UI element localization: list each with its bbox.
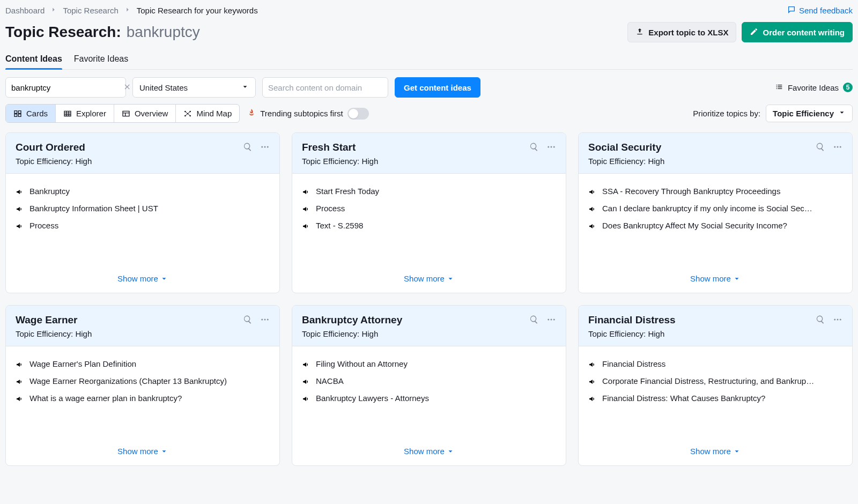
search-icon[interactable] [529, 315, 539, 326]
card-body: SSA - Recovery Through Bankruptcy Procee… [579, 174, 852, 269]
order-content-writing-button[interactable]: Order content writing [742, 22, 853, 42]
send-feedback-link[interactable]: Send feedback [787, 5, 853, 16]
card-item-text: Process [29, 221, 58, 230]
bullhorn-icon [16, 377, 24, 386]
card-efficiency: Topic Efficiency: High [588, 329, 842, 338]
view-cards[interactable]: Cards [6, 105, 56, 122]
topic-card: Wage Earner Topic Efficiency: High Wage … [5, 305, 280, 466]
card-item[interactable]: Process [16, 221, 270, 231]
card-item-text: Process [316, 204, 345, 213]
card-item[interactable]: What is a wage earner plan in bankruptcy… [16, 394, 270, 403]
show-more-link[interactable]: Show more [117, 447, 168, 456]
favorite-ideas-link[interactable]: Favorite Ideas 5 [775, 83, 853, 93]
card-item[interactable]: Text - S.2598 [302, 221, 556, 231]
card-item[interactable]: Does Bankruptcy Affect My Social Securit… [588, 221, 842, 231]
card-item[interactable]: Bankruptcy [16, 187, 270, 196]
card-item-text: Financial Distress: What Causes Bankrupt… [602, 394, 765, 403]
card-item-text: Filing Without an Attorney [316, 359, 408, 368]
card-item[interactable]: Wage Earner's Plan Definition [16, 359, 270, 369]
trending-label: Trending subtopics first [260, 109, 343, 118]
keyword-input[interactable] [6, 78, 119, 97]
search-icon[interactable] [529, 142, 539, 153]
view-overview[interactable]: Overview [114, 105, 176, 122]
more-icon[interactable] [833, 142, 842, 153]
card-item[interactable]: Financial Distress [588, 359, 842, 369]
crumb-topic-research[interactable]: Topic Research [63, 6, 118, 15]
card-item-text: Wage Earner's Plan Definition [29, 359, 136, 368]
more-icon[interactable] [260, 142, 270, 153]
more-icon[interactable] [260, 315, 270, 326]
show-more-link[interactable]: Show more [690, 447, 741, 456]
card-item[interactable]: Financial Distress: What Causes Bankrupt… [588, 394, 842, 403]
show-more-link[interactable]: Show more [690, 274, 741, 283]
card-efficiency: Topic Efficiency: High [16, 329, 270, 338]
country-select[interactable]: United States [132, 77, 256, 98]
card-item[interactable]: NACBA [302, 376, 556, 386]
bullhorn-icon [16, 222, 24, 231]
card-item[interactable]: Can I declare bankruptcy if my only inco… [588, 204, 842, 213]
card-body: Financial Distress Corporate Financial D… [579, 346, 852, 441]
mindmap-icon [183, 109, 192, 118]
card-title: Court Ordered [16, 142, 85, 153]
overview-icon [122, 109, 130, 118]
topic-card: Bankruptcy Attorney Topic Efficiency: Hi… [292, 305, 566, 466]
card-item[interactable]: Corporate Financial Distress, Restructur… [588, 376, 842, 386]
crumb-dashboard[interactable]: Dashboard [5, 6, 45, 15]
bullhorn-icon [302, 205, 310, 213]
bullhorn-icon [302, 360, 310, 369]
page-title: Topic Research: bankruptcy [5, 24, 200, 41]
bullhorn-icon [302, 377, 310, 386]
card-body: Bankruptcy Bankruptcy Information Sheet … [6, 174, 279, 269]
bullhorn-icon [588, 395, 597, 403]
card-item[interactable]: Process [302, 204, 556, 213]
export-button[interactable]: Export topic to XLSX [627, 22, 736, 42]
prioritize-select[interactable]: Topic Efficiency [766, 105, 853, 122]
get-content-ideas-button[interactable]: Get content ideas [395, 77, 480, 98]
more-icon[interactable] [833, 315, 842, 326]
search-icon[interactable] [816, 315, 825, 326]
card-header: Bankruptcy Attorney Topic Efficiency: Hi… [292, 306, 566, 346]
view-mindmap[interactable]: Mind Map [176, 105, 239, 122]
card-item[interactable]: Start Fresh Today [302, 187, 556, 196]
card-title: Social Security [588, 142, 661, 153]
bullhorn-icon [588, 360, 597, 369]
more-icon[interactable] [546, 142, 556, 153]
trending-toggle[interactable] [347, 108, 369, 120]
bullhorn-icon [588, 205, 597, 213]
search-icon[interactable] [243, 142, 253, 153]
card-header: Social Security Topic Efficiency: High [579, 133, 852, 174]
card-item[interactable]: SSA - Recovery Through Bankruptcy Procee… [588, 187, 842, 196]
show-more-link[interactable]: Show more [117, 274, 168, 283]
table-icon [63, 109, 72, 118]
bullhorn-icon [16, 205, 24, 213]
topic-card: Social Security Topic Efficiency: High S… [578, 132, 853, 293]
show-more-link[interactable]: Show more [404, 274, 454, 283]
topic-card: Court Ordered Topic Efficiency: High Ban… [5, 132, 280, 293]
card-header: Wage Earner Topic Efficiency: High [6, 306, 279, 346]
breadcrumb: Dashboard Topic Research Topic Research … [5, 0, 853, 19]
more-icon[interactable] [546, 315, 556, 326]
card-item-text: Text - S.2598 [316, 221, 363, 230]
tab-favorite-ideas[interactable]: Favorite Ideas [74, 50, 128, 69]
card-item-text: Financial Distress [602, 359, 665, 368]
card-item[interactable]: Bankruptcy Information Sheet | UST [16, 204, 270, 213]
card-item-text: Bankruptcy Lawyers - Attorneys [316, 394, 429, 403]
show-more-link[interactable]: Show more [404, 447, 454, 456]
crumb-current: Topic Research for your keywords [137, 6, 258, 15]
bullhorn-icon [302, 395, 310, 403]
card-efficiency: Topic Efficiency: High [16, 157, 270, 166]
card-item-text: Wage Earner Reorganizations (Chapter 13 … [29, 376, 227, 386]
card-item-text: Can I declare bankruptcy if my only inco… [602, 204, 812, 213]
view-explorer[interactable]: Explorer [56, 105, 114, 122]
search-icon[interactable] [816, 142, 825, 153]
card-item[interactable]: Wage Earner Reorganizations (Chapter 13 … [16, 376, 270, 386]
tab-content-ideas[interactable]: Content Ideas [5, 50, 62, 69]
trending-toggle-wrap: Trending subtopics first [247, 108, 369, 120]
domain-search-input[interactable] [263, 78, 388, 97]
tabs: Content Ideas Favorite Ideas [5, 50, 853, 70]
search-icon[interactable] [243, 315, 253, 326]
card-item[interactable]: Bankruptcy Lawyers - Attorneys [302, 394, 556, 403]
prioritize-label: Prioritize topics by: [693, 109, 760, 118]
card-item[interactable]: Filing Without an Attorney [302, 359, 556, 369]
card-efficiency: Topic Efficiency: High [588, 157, 842, 166]
